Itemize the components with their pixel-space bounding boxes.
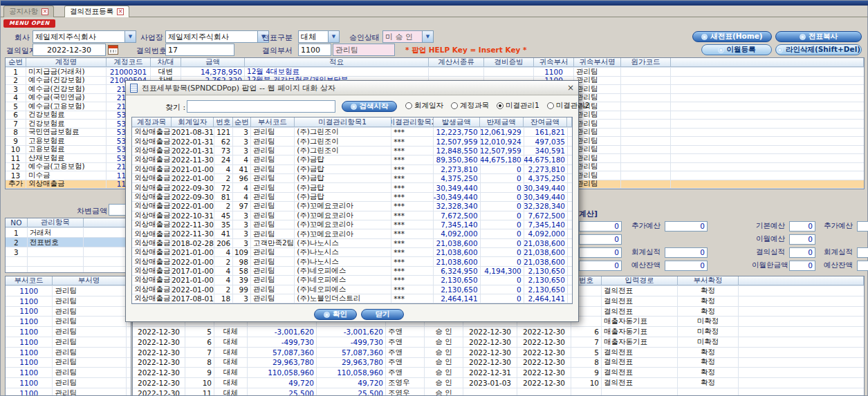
tab-close-icon[interactable]: ×	[41, 8, 48, 15]
cell: 24	[214, 155, 234, 164]
date-input[interactable]: 2022-12-30	[33, 44, 106, 56]
budget-field-value[interactable]: 0	[665, 261, 708, 271]
search-start-button[interactable]: 검색시작	[342, 101, 397, 112]
radio-4-icon[interactable]	[547, 102, 554, 109]
voucher-row[interactable]: 2022-12-307대체57,087,36057,087,360주앤승 인20…	[133, 348, 864, 358]
open-item-row[interactable]: 외상매출금2022-01-00299관리팀(주)네오피에스***2,130,65…	[132, 285, 572, 294]
radio-1-icon[interactable]	[405, 102, 412, 109]
app-window: 공지사항 × 결의전표등록 × MENU OPEN 회사 제일제지주식회사 ▼ …	[0, 0, 868, 396]
number-input[interactable]: 17	[165, 44, 234, 56]
open-item-row[interactable]: 외상매출금2022-01-31733관리팀(주)그린조이***12,848,55…	[132, 147, 572, 155]
department-row[interactable]: 1100관리팀	[6, 378, 131, 388]
cell: -30,349,440	[434, 193, 480, 201]
open-item-row[interactable]: 외상매출금2022-09-30724관리팀(주)금탑***30,349,4400…	[132, 183, 572, 192]
budget-field-value[interactable]: 0	[789, 234, 815, 245]
open-item-row[interactable]: 외상매출금2022-11-30244관리팀(주)금탑***89,350,3604…	[132, 155, 572, 164]
department-row[interactable]: 1100관리팀	[6, 296, 131, 307]
ok-button[interactable]: 확인	[314, 309, 357, 320]
department-row[interactable]: 1100관리팀	[6, 388, 131, 396]
voucher-line-row[interactable]: 1미지급금(거래처)21000301대변14,378,95012월 4대보험료1…	[6, 68, 864, 77]
tab-voucher-register[interactable]: 결의전표등록 ×	[64, 6, 129, 17]
open-item-row[interactable]: 외상매출금2017-08-01183관리팀(주)노블인더스트리***2,464,…	[132, 294, 572, 303]
number-label: 결의번호	[136, 46, 167, 56]
budget-field-value[interactable]: 0	[665, 247, 708, 258]
bizplace-select[interactable]: 제일제지주식회사 ▼	[165, 30, 269, 43]
calendar-icon[interactable]	[108, 45, 118, 55]
budget-field-value[interactable]: 0	[579, 247, 622, 258]
cell: 73	[214, 147, 234, 155]
budget-field-value[interactable]: 0	[789, 261, 815, 271]
department-row[interactable]: 1100관리팀	[6, 307, 131, 317]
cell: 2022-12-30	[517, 378, 571, 388]
cell: 4	[214, 267, 234, 275]
chevron-down-icon[interactable]: ▼	[124, 31, 136, 42]
cell: 0	[481, 220, 524, 229]
budget-field-value[interactable]: 0	[857, 247, 868, 258]
open-item-row[interactable]: 외상매출금2021-08-311213관리팀(주)그린조이***12,223,7…	[132, 128, 572, 137]
voucher-row[interactable]: 2022-12-308대체29,963,78029,963,780주앤승 인20…	[133, 358, 864, 368]
budget-field-value[interactable]: 0	[789, 247, 815, 258]
voucher-row[interactable]: 2022-12-309대체110,058,960110,058,960주앤승 인…	[133, 368, 864, 378]
delete-line-button[interactable]: 라인삭제(Shift+Del)	[775, 44, 862, 55]
chevron-down-icon[interactable]: ▼	[422, 31, 433, 42]
close-button[interactable]: 닫기	[361, 309, 404, 320]
radio-3-icon[interactable]	[497, 102, 504, 109]
budget-field-value[interactable]: 0	[665, 221, 708, 232]
department-row[interactable]: 1100관리팀	[6, 286, 131, 296]
open-item-row[interactable]: 외상매출금2022-01-31623관리팀(주)그린조이***12,507,95…	[132, 137, 572, 146]
budget-field-value[interactable]: 0	[857, 261, 868, 271]
department-row[interactable]: 1100관리팀	[6, 368, 131, 378]
open-item-row[interactable]: 외상매출금2018-02-282063고객만족2팀(JJ(주)나노시스***21…	[132, 239, 572, 248]
voucher-row[interactable]: 2022-12-3010대체49,72049,720조영우승 인2023-01-…	[133, 378, 864, 388]
budget-field-value[interactable]: 0	[579, 234, 622, 245]
cell: 예수금(고용보험)	[26, 102, 107, 111]
cell: 57,087,360	[317, 348, 386, 357]
close-icon[interactable]: ×	[567, 84, 574, 92]
open-item-row[interactable]: 외상매출금2017-01-00458관리팀(주)네오피에스***6,324,95…	[132, 267, 572, 276]
search-input[interactable]	[187, 100, 335, 113]
cell: 관리팀	[574, 180, 621, 189]
open-item-row[interactable]: 외상매출금2022-01-00296관리팀(주)금탑***4,375,25004…	[132, 174, 572, 183]
open-item-row[interactable]: 외상매출금2022-11-30413관리팀(주)꼬메요코리아***4,092,0…	[132, 229, 572, 238]
budget-field-value[interactable]: 0	[789, 221, 815, 232]
open-item-row[interactable]: 외상매출금2022-01-00298관리팀(주)나노시스***21,038,60…	[132, 257, 572, 266]
cell: 2022-01-00	[172, 202, 214, 210]
cell: ***	[391, 220, 434, 229]
approval-select[interactable]: 미 승 인 ▼	[382, 30, 434, 43]
tab-close-icon[interactable]: ×	[117, 8, 124, 15]
open-item-row[interactable]: 외상매출금2022-01-00297관리팀(주)꼬메요코리아***32,328,…	[132, 202, 572, 211]
dept-code-input[interactable]: 1100	[298, 44, 331, 56]
budget-row: 0예산잔액0	[579, 260, 708, 271]
cell: 32,328,340	[434, 202, 480, 210]
chevron-down-icon[interactable]: ▼	[328, 31, 339, 42]
voucher-row[interactable]: 2022-12-305대체-3,001,620-3,001,620주앤승 인20…	[133, 327, 864, 337]
open-item-row[interactable]: 외상매출금2022-10-31453관리팀(주)꼬메요코리아***7,672,5…	[132, 211, 572, 220]
open-item-row[interactable]: 외상매출금2021-01-00441관리팀(주)금탑***2,273,81002…	[132, 165, 572, 174]
copy-voucher-button[interactable]: 전표복사	[775, 31, 862, 42]
open-item-row[interactable]: 외상매출금2022-09-30814관리팀(주)금탑***-30,349,440…	[132, 193, 572, 202]
cell	[739, 286, 864, 296]
budget-field-value[interactable]: 0	[579, 221, 622, 232]
slip-type-select[interactable]: 대체 ▼	[298, 30, 340, 43]
cell: 관리팀	[53, 368, 127, 377]
voucher-row[interactable]: 2022-12-3011대체25,50025,500조영우승 인	[133, 388, 864, 396]
department-row[interactable]: 1100관리팀	[6, 358, 131, 368]
budget-field-value[interactable]: 0	[579, 261, 622, 271]
carryover-button[interactable]: 이월등록	[701, 44, 772, 55]
department-row[interactable]: 1100관리팀	[6, 348, 131, 358]
menu-open-button[interactable]: MENU OPEN	[3, 19, 55, 28]
department-row[interactable]: 1100관리팀	[6, 317, 131, 327]
voucher-row[interactable]: 2022-12-306대체-499,730-499,730주앤승 인2022-1…	[133, 337, 864, 348]
cell: 121	[214, 128, 234, 136]
new-voucher-button[interactable]: 새전표(Home)	[692, 31, 772, 42]
popup-titlebar[interactable]: 전표세부항목(SPNDCDPop) 팝업 -- 웹 페이지 대화 상자 ×	[126, 81, 578, 95]
open-item-row[interactable]: 외상매출금2021-01-00439관리팀(주)네오피에스***2,130,65…	[132, 276, 572, 285]
department-row[interactable]: 1100관리팀	[6, 337, 131, 348]
radio-2-icon[interactable]	[451, 102, 458, 109]
company-select[interactable]: 제일제지주식회사 ▼	[33, 30, 136, 43]
tab-notice[interactable]: 공지사항 ×	[3, 6, 54, 17]
department-row[interactable]: 1100관리팀	[6, 327, 131, 337]
budget-field-value[interactable]: 0	[857, 221, 868, 232]
open-item-row[interactable]: 외상매출금2021-01-004109관리팀(주)나노시스***21,038,6…	[132, 248, 572, 257]
open-item-row[interactable]: 외상매출금2022-11-30353관리팀(주)꼬메요코리아***7,345,1…	[132, 220, 572, 229]
